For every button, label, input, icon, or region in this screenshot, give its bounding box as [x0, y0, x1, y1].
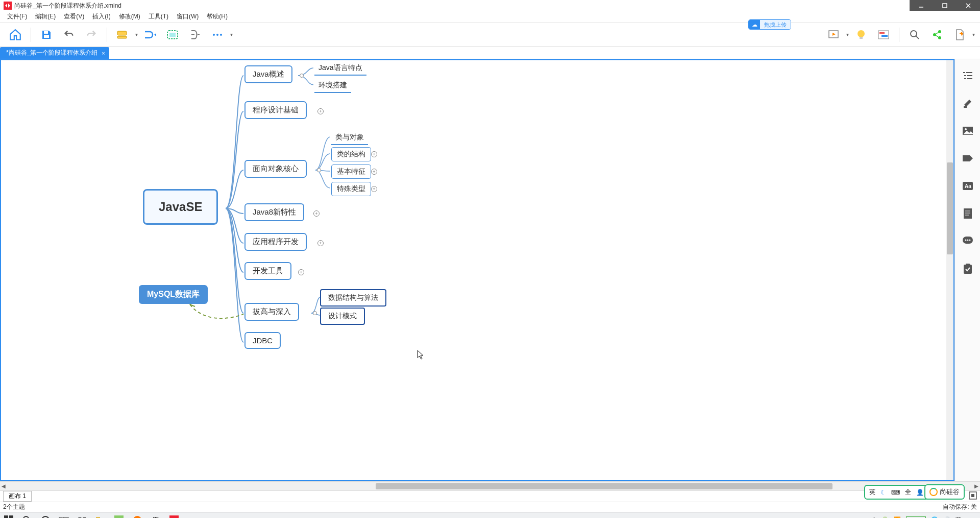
summary-button[interactable] — [186, 26, 204, 44]
node-advanced[interactable]: 拔高与深入 — [244, 303, 299, 321]
more-button[interactable] — [208, 26, 227, 44]
task-icon[interactable] — [962, 263, 974, 275]
window-title: 尚硅谷_第一个阶段课程体系介绍.xmind — [14, 2, 121, 10]
vertical-scrollbar[interactable] — [946, 60, 953, 480]
dropdown-icon[interactable]: ▾ — [134, 32, 139, 37]
firefox-icon[interactable] — [132, 514, 143, 519]
menu-insert[interactable]: 插入(I) — [88, 11, 114, 22]
sheet-tab[interactable]: 画布 1 — [3, 491, 32, 502]
boundary-button[interactable] — [163, 26, 182, 44]
menu-view[interactable]: 查看(V) — [60, 11, 88, 22]
relationship-button[interactable] — [141, 26, 159, 44]
taskview-icon[interactable] — [58, 514, 69, 519]
close-button[interactable] — [957, 0, 980, 11]
play-button[interactable] — [824, 26, 843, 44]
scroll-right-icon[interactable]: ▶ — [973, 483, 980, 490]
format-icon[interactable] — [962, 97, 974, 109]
svg-rect-33 — [964, 106, 967, 108]
node-java-overview[interactable]: Java概述 — [244, 65, 292, 83]
xmind-task-icon[interactable] — [168, 514, 180, 519]
document-tab[interactable]: *尚硅谷_第一个阶段课程体系介绍 × — [0, 47, 109, 59]
menu-tools[interactable]: 工具(T) — [144, 11, 173, 22]
home-button[interactable] — [6, 26, 24, 44]
app-icon[interactable]: ▮▮ — [77, 514, 88, 519]
mindmap-canvas[interactable]: JavaSE MySQL数据库 Java概述 程序设计基础 + 面向对象核心 J… — [1, 60, 953, 480]
search-icon[interactable] — [21, 514, 33, 519]
expand-dot-icon[interactable] — [300, 74, 304, 78]
notes-icon[interactable] — [962, 207, 974, 220]
expand-dot-icon[interactable] — [317, 168, 321, 172]
horizontal-scrollbar[interactable]: ◀ ▶ — [0, 481, 980, 490]
svg-point-45 — [967, 240, 968, 241]
upload-badge[interactable]: ☁ 拖拽上传 — [748, 19, 791, 30]
node-oop-core[interactable]: 面向对象核心 — [244, 160, 307, 178]
search-button[interactable] — [905, 26, 924, 44]
explorer-icon[interactable] — [95, 514, 106, 519]
dropdown-icon[interactable]: ▾ — [229, 32, 234, 37]
add-topic-button[interactable] — [113, 26, 132, 44]
outline-icon[interactable] — [962, 69, 974, 82]
node-env-setup[interactable]: 环境搭建 — [314, 79, 351, 93]
dropdown-icon[interactable]: ▾ — [971, 32, 976, 37]
expand-plus-icon[interactable]: + — [371, 169, 377, 175]
node-dev-tools[interactable]: 开发工具 — [244, 262, 291, 280]
share-button[interactable] — [928, 26, 946, 44]
gantt-button[interactable] — [874, 26, 893, 44]
scroll-track[interactable] — [14, 483, 966, 490]
expand-plus-icon[interactable]: + — [371, 186, 377, 192]
brand-float[interactable]: 尚硅谷 — [924, 484, 965, 500]
ime-float[interactable]: 英 ☾ ⌨ 全 👤 — [864, 485, 929, 500]
menu-window[interactable]: 窗口(W) — [173, 11, 203, 22]
node-data-structure[interactable]: 数据结构与算法 — [320, 289, 386, 307]
tab-close-icon[interactable]: × — [102, 50, 105, 56]
app-icon[interactable] — [113, 514, 125, 519]
text-icon[interactable]: T — [150, 514, 161, 519]
idea-button[interactable] — [852, 26, 870, 44]
status-bar: 2个主题 自动保存: 关 — [0, 502, 980, 512]
image-icon[interactable] — [962, 125, 974, 137]
node-programming-basics[interactable]: 程序设计基础 — [244, 101, 307, 119]
zoom-level[interactable]: 100% — [906, 516, 925, 519]
node-design-pattern[interactable]: 设计模式 — [320, 308, 365, 325]
node-class-structure[interactable]: 类的结构 — [331, 147, 371, 161]
cortana-icon[interactable] — [40, 514, 51, 519]
node-java8[interactable]: Java8新特性 — [244, 203, 304, 221]
expand-plus-icon[interactable]: + — [317, 108, 324, 114]
menu-modify[interactable]: 修改(M) — [115, 11, 144, 22]
dropdown-icon[interactable]: ▾ — [845, 32, 850, 37]
node-basic-feature[interactable]: 基本特征 — [331, 164, 371, 179]
scroll-left-icon[interactable]: ◀ — [0, 483, 7, 490]
font-icon[interactable]: Aa — [962, 180, 974, 192]
canvas-area[interactable]: JavaSE MySQL数据库 Java概述 程序设计基础 + 面向对象核心 J… — [0, 59, 954, 481]
save-button[interactable] — [37, 26, 56, 44]
expand-dot-icon[interactable] — [313, 311, 317, 315]
redo-button[interactable] — [82, 26, 101, 44]
expand-plus-icon[interactable]: + — [313, 210, 320, 217]
expand-plus-icon[interactable]: + — [317, 240, 324, 246]
expand-plus-icon[interactable]: + — [371, 151, 377, 157]
node-floating-mysql[interactable]: MySQL数据库 — [139, 285, 208, 304]
menu-help[interactable]: 帮助(H) — [203, 11, 232, 22]
export-button[interactable] — [950, 26, 969, 44]
marker-icon[interactable] — [962, 152, 974, 164]
node-special-type[interactable]: 特殊类型 — [331, 182, 371, 196]
node-app-dev[interactable]: 应用程序开发 — [244, 233, 307, 251]
menu-edit[interactable]: 编辑(E) — [31, 11, 60, 22]
node-class-object[interactable]: 类与对象 — [331, 131, 368, 145]
svg-rect-2 — [943, 4, 947, 8]
node-jdbc[interactable]: JDBC — [244, 332, 281, 349]
workspace: JavaSE MySQL数据库 Java概述 程序设计基础 + 面向对象核心 J… — [0, 59, 980, 481]
fit-icon[interactable] — [969, 491, 977, 501]
expand-plus-icon[interactable]: + — [298, 269, 304, 275]
ime-icon[interactable]: 英 — [955, 516, 961, 518]
undo-button[interactable] — [60, 26, 78, 44]
scrollbar-thumb[interactable] — [376, 483, 832, 489]
node-root[interactable]: JavaSE — [143, 189, 218, 225]
node-java-feature[interactable]: Java语言特点 — [314, 61, 366, 76]
start-icon[interactable] — [3, 514, 14, 519]
menu-file[interactable]: 文件(F) — [3, 11, 31, 22]
maximize-button[interactable] — [933, 0, 957, 11]
minimize-button[interactable] — [910, 0, 933, 11]
scrollbar-thumb[interactable] — [947, 162, 953, 254]
comments-icon[interactable] — [962, 235, 974, 247]
